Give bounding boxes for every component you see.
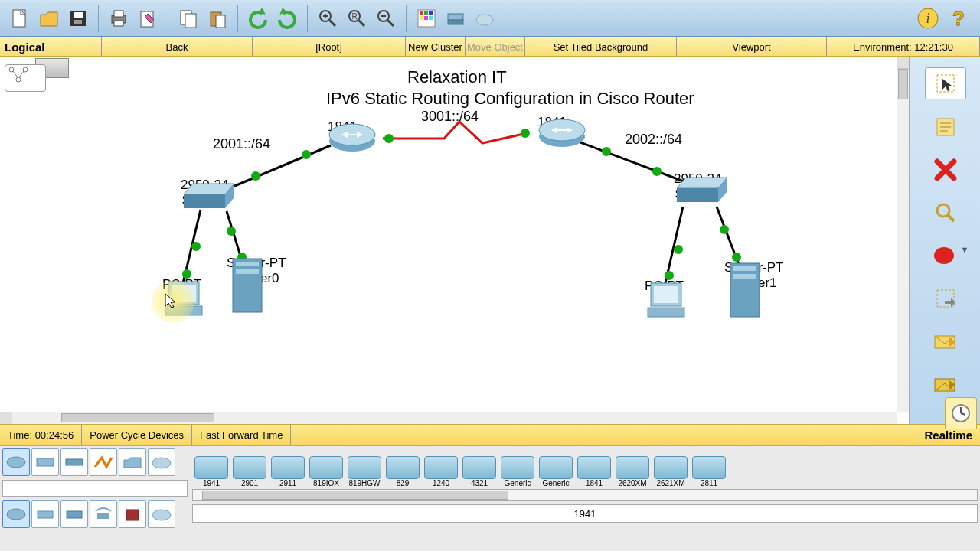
help-icon[interactable]: ? bbox=[945, 5, 972, 32]
device-switch0[interactable]: 2950-24Switch0 bbox=[181, 178, 228, 208]
svg-point-47 bbox=[251, 171, 260, 181]
svg-rect-77 bbox=[730, 263, 760, 317]
device-server0[interactable]: Server-PTServer0 bbox=[227, 256, 286, 286]
device-router-r1[interactable]: 1841R1 bbox=[328, 119, 357, 150]
model-829[interactable]: 829 bbox=[384, 451, 422, 487]
svg-rect-31 bbox=[429, 16, 433, 20]
new-cluster-button[interactable]: New Cluster bbox=[406, 37, 466, 56]
svg-point-110 bbox=[7, 509, 25, 520]
model-4321[interactable]: 4321 bbox=[460, 451, 498, 487]
model-1240[interactable]: 1240 bbox=[422, 451, 460, 487]
model-2901[interactable]: 2901 bbox=[230, 451, 269, 487]
workspace[interactable]: Relaxation IT IPv6 Static Routing Config… bbox=[0, 57, 910, 424]
model-1841[interactable]: 1841 bbox=[575, 451, 613, 487]
select-tool[interactable] bbox=[925, 67, 966, 99]
palette-icon[interactable] bbox=[413, 5, 440, 32]
category-routers[interactable] bbox=[2, 448, 30, 476]
svg-rect-32 bbox=[448, 14, 463, 20]
main-row: Relaxation IT IPv6 Static Routing Config… bbox=[0, 57, 980, 424]
subcat-wan[interactable] bbox=[148, 500, 175, 528]
viewport-button[interactable]: Viewport bbox=[677, 37, 827, 56]
redo-icon[interactable] bbox=[273, 5, 301, 32]
move-object-button: Move Object bbox=[466, 37, 525, 56]
svg-marker-66 bbox=[677, 178, 727, 188]
cloud-icon[interactable] bbox=[471, 5, 498, 32]
svg-rect-78 bbox=[733, 266, 756, 271]
zoom-reset-icon[interactable]: R bbox=[343, 5, 371, 32]
svg-point-96 bbox=[934, 247, 954, 264]
inspect-tool[interactable] bbox=[929, 197, 962, 228]
place-note-tool[interactable] bbox=[929, 112, 962, 142]
subcat-switch[interactable] bbox=[31, 500, 59, 528]
svg-rect-6 bbox=[114, 11, 123, 17]
svg-marker-63 bbox=[184, 184, 234, 194]
subcat-hub[interactable] bbox=[60, 500, 88, 528]
model-819iox[interactable]: 819IOX bbox=[307, 451, 345, 487]
category-hubs[interactable] bbox=[60, 448, 88, 476]
svg-rect-3 bbox=[74, 12, 83, 18]
svg-rect-28 bbox=[429, 11, 433, 15]
subnet-label-mid: 3001::/64 bbox=[421, 109, 479, 125]
add-simple-pdu-tool[interactable] bbox=[929, 326, 962, 357]
category-label bbox=[2, 480, 188, 497]
resize-tool[interactable] bbox=[929, 283, 962, 314]
device-router-r2[interactable]: 1841R2 bbox=[537, 115, 567, 145]
model-2911[interactable]: 2911 bbox=[269, 451, 307, 487]
draw-ellipse-tool[interactable]: ▼ bbox=[929, 240, 962, 271]
breadcrumb-root[interactable]: [Root] bbox=[253, 37, 406, 56]
category-wan[interactable] bbox=[148, 448, 175, 476]
zoom-out-icon[interactable] bbox=[372, 5, 400, 32]
clock-icon[interactable] bbox=[945, 397, 977, 429]
subcat-security[interactable] bbox=[119, 500, 146, 528]
horizontal-scrollbar[interactable] bbox=[0, 412, 897, 424]
model-2811[interactable]: 2811 bbox=[690, 451, 728, 487]
svg-rect-76 bbox=[648, 308, 684, 317]
category-end-devices[interactable] bbox=[119, 448, 146, 476]
svg-line-38 bbox=[222, 145, 331, 191]
device-server1[interactable]: Server-PTServer1 bbox=[724, 260, 783, 291]
zoom-in-icon[interactable] bbox=[314, 5, 341, 32]
vertical-scrollbar[interactable] bbox=[897, 57, 909, 412]
topology-title-2: IPv6 Static Routing Configuration in Cis… bbox=[326, 89, 694, 109]
svg-rect-33 bbox=[448, 20, 463, 24]
navigation-mini[interactable] bbox=[2, 58, 69, 92]
model-picker: 194129012911819IOX819HGW82912404321Gener… bbox=[190, 446, 980, 551]
svg-text:?: ? bbox=[952, 7, 965, 30]
delete-tool[interactable] bbox=[929, 155, 962, 185]
model-generic[interactable]: Generic bbox=[537, 451, 575, 487]
model-scrollbar[interactable] bbox=[192, 489, 978, 501]
back-button[interactable]: Back bbox=[102, 37, 253, 56]
environment-time[interactable]: Environment: 12:21:30 bbox=[827, 37, 980, 56]
set-tiled-background-button[interactable]: Set Tiled Background bbox=[525, 37, 677, 56]
power-cycle-button[interactable]: Power Cycle Devices bbox=[82, 425, 192, 445]
svg-point-82 bbox=[16, 77, 21, 82]
model-819hgw[interactable]: 819HGW bbox=[345, 451, 384, 487]
realtime-tab[interactable]: Realtime bbox=[916, 425, 980, 445]
model-2621xm[interactable]: 2621XM bbox=[652, 451, 690, 487]
model-2620xm[interactable]: 2620XM bbox=[613, 451, 652, 487]
device-pc1[interactable]: PC-PTPC1 bbox=[645, 279, 684, 309]
fast-forward-button[interactable]: Fast Forward Time bbox=[192, 425, 291, 445]
category-connections[interactable] bbox=[90, 448, 117, 476]
category-switches[interactable] bbox=[31, 448, 59, 476]
open-file-icon[interactable] bbox=[35, 5, 63, 32]
new-file-icon[interactable] bbox=[6, 5, 34, 32]
print-icon[interactable] bbox=[105, 5, 132, 32]
subcat-wireless[interactable] bbox=[90, 500, 117, 528]
model-1941[interactable]: 1941 bbox=[192, 451, 230, 487]
activity-wizard-icon[interactable] bbox=[134, 5, 162, 32]
save-file-icon[interactable] bbox=[64, 5, 92, 32]
device-switch1[interactable]: 2950-24Switch1 bbox=[674, 171, 721, 202]
custom-device-icon[interactable] bbox=[442, 5, 469, 32]
paste-icon[interactable] bbox=[204, 5, 231, 32]
svg-point-34 bbox=[476, 15, 493, 25]
subcat-router[interactable] bbox=[2, 500, 30, 528]
copy-icon[interactable] bbox=[175, 5, 202, 32]
model-generic[interactable]: Generic bbox=[498, 451, 537, 487]
logical-tab[interactable]: Logical bbox=[0, 37, 102, 56]
svg-point-52 bbox=[227, 227, 236, 236]
svg-marker-87 bbox=[942, 79, 952, 91]
add-complex-pdu-tool[interactable] bbox=[929, 369, 962, 399]
undo-icon[interactable] bbox=[244, 5, 272, 32]
info-icon[interactable]: i bbox=[914, 5, 942, 32]
